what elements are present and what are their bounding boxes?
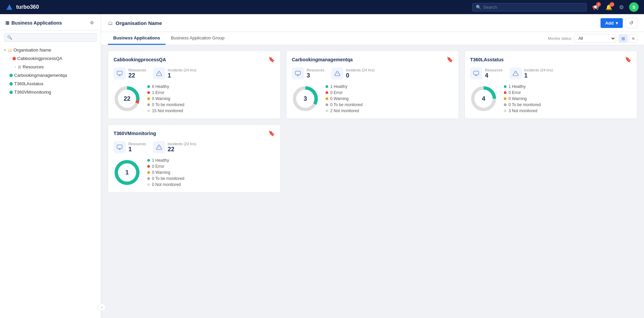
resources-icon xyxy=(114,141,126,153)
sidebar-settings-button[interactable]: ⚙ xyxy=(89,19,95,27)
card-header: T360LAsstatus 🔖 xyxy=(470,56,632,63)
incidents-label: Incidents (24 hrs) xyxy=(524,68,553,72)
chevron-down-icon: ▾ xyxy=(616,21,618,26)
legend-dot xyxy=(504,97,507,100)
legend-item: 15 Not monitored xyxy=(147,108,275,113)
bookmark-button[interactable]: 🔖 xyxy=(625,56,632,63)
resources-count: 1 xyxy=(128,146,146,153)
incidents-count: 1 xyxy=(524,72,553,79)
alerts-button[interactable]: 🔔 11 xyxy=(604,3,614,12)
legend-item: 0 Error xyxy=(326,90,453,95)
logo-text: turbo360 xyxy=(16,4,39,10)
card-header: T360VMmonitoring 🔖 xyxy=(114,130,275,136)
donut-center-value: 1 xyxy=(125,169,129,176)
resources-icon xyxy=(292,67,304,80)
tab-business-applications[interactable]: Business Applications xyxy=(108,32,165,45)
status-dot-teal-3 xyxy=(9,91,13,94)
incidents-icon xyxy=(510,67,522,80)
app-card-t360la: T360LAsstatus 🔖 Resources 4 xyxy=(464,51,637,119)
legend-label: 15 Not monitored xyxy=(152,108,183,113)
sidebar-item-resources[interactable]: › ⊞ Resources xyxy=(0,63,101,71)
gear-icon: ⚙ xyxy=(619,4,624,10)
list-view-button[interactable]: ≡ xyxy=(629,34,637,43)
incidents-info: Incidents (24 hrs) 1 xyxy=(168,68,196,79)
sidebar-cabbooking-label: CabbookingprocessQA xyxy=(17,56,97,61)
status-dot-teal-1 xyxy=(9,74,13,77)
svg-rect-2 xyxy=(117,71,122,75)
legend-dot xyxy=(147,183,150,186)
card-title: T360VMmonitoring xyxy=(114,131,156,136)
refresh-button[interactable]: ↺ xyxy=(625,18,637,28)
legend-dot xyxy=(147,177,150,180)
notifications-button[interactable]: 📢 3 xyxy=(591,3,600,12)
bookmark-button[interactable]: 🔖 xyxy=(268,56,275,63)
incidents-icon xyxy=(153,67,165,80)
legend-label: 1 Healthy xyxy=(152,158,169,163)
legend-dot xyxy=(147,91,150,94)
resources-count: 3 xyxy=(307,72,325,79)
sidebar-t360vm-label: T360VMmonitoring xyxy=(14,90,97,95)
sidebar-item-t360la[interactable]: T360LAsstatus xyxy=(0,80,101,88)
incidents-count: 1 xyxy=(168,72,196,79)
legend-label: 0 Error xyxy=(330,90,343,95)
sidebar-item-org[interactable]: ▾ 🗂 Organisation Name xyxy=(0,46,101,54)
bookmark-button[interactable]: 🔖 xyxy=(447,56,453,63)
grid-view-button[interactable]: ⊞ xyxy=(619,34,628,43)
search-input[interactable] xyxy=(483,5,583,10)
sidebar-item-cabbooking[interactable]: › CabbookingprocessQA xyxy=(0,54,101,63)
legend-label: 1 Healthy xyxy=(509,84,526,89)
sidebar-resources-label: Resources xyxy=(23,64,97,69)
legend-label: 0 Not monitored xyxy=(152,182,181,187)
sidebar: ⊞ Business Applications ⚙ 🔍 ▾ 🗂 Organisa… xyxy=(0,14,101,318)
sidebar-carbooking-label: Carbookingmanagementqa xyxy=(14,73,97,78)
legend-dot xyxy=(326,103,328,106)
legend-dot xyxy=(504,91,507,94)
incidents-info: Incidents (24 hrs) 22 xyxy=(168,142,196,153)
card-stats: Resources 3 Incidents (24 hrs) 0 xyxy=(292,67,453,80)
resources-count: 4 xyxy=(485,72,503,79)
settings-button[interactable]: ⚙ xyxy=(618,3,625,12)
card-stats: Resources 1 Incidents (24 hrs) 22 xyxy=(114,141,275,153)
resources-info: Resources 4 xyxy=(485,68,503,79)
donut-chart: 3 xyxy=(292,85,319,112)
tab-business-application-group[interactable]: Business Application Group xyxy=(165,32,230,45)
donut-center-value: 22 xyxy=(124,95,130,102)
sidebar-item-carbooking[interactable]: Carbookingmanagementqa xyxy=(0,71,101,80)
add-button[interactable]: Add ▾ xyxy=(601,18,623,28)
card-title: T360LAsstatus xyxy=(470,57,504,62)
legend-label: 0 Warning xyxy=(330,96,348,101)
user-avatar[interactable]: S xyxy=(629,2,639,12)
monitor-status-select[interactable]: All Monitored Not monitored To be monito… xyxy=(574,34,616,43)
resources-info: Resources 22 xyxy=(128,68,146,79)
logo-icon xyxy=(5,3,13,11)
resources-label: Resources xyxy=(485,68,503,72)
legend-label: 3 Not monitored xyxy=(509,108,537,113)
donut-chart: 22 xyxy=(114,85,141,112)
incidents-info: Incidents (24 hrs) 1 xyxy=(524,68,553,79)
svg-rect-18 xyxy=(117,145,122,149)
sidebar-search-input[interactable] xyxy=(14,35,94,40)
resources-icon xyxy=(470,67,482,80)
sidebar-search[interactable]: 🔍 xyxy=(4,33,97,42)
tabs-bar: Business Applications Business Applicati… xyxy=(101,32,644,45)
app-card-cabbooking: CabbookingprocessQA 🔖 Resources 22 xyxy=(108,51,281,119)
app-card-t360vm: T360VMmonitoring 🔖 Resources 1 xyxy=(108,124,281,193)
card-body: 4 1 Healthy 0 Error 0 Warning 0 To be mo… xyxy=(470,84,632,113)
search-bar[interactable]: 🔍 xyxy=(472,3,587,11)
legend-label: 0 To be monitored xyxy=(330,102,363,107)
sidebar-item-t360vm[interactable]: T360VMmonitoring xyxy=(0,88,101,96)
card-stats: Resources 4 Incidents (24 hrs) 1 xyxy=(470,67,632,80)
legend-item: 0 Error xyxy=(147,164,275,169)
legend-item: 0 To be monitored xyxy=(504,102,632,107)
bookmark-button[interactable]: 🔖 xyxy=(268,130,275,136)
legend-label: 0 Warning xyxy=(509,96,527,101)
sidebar-org-label: Organisation Name xyxy=(13,47,97,53)
legend-dot xyxy=(147,103,150,106)
legend-item: 0 Error xyxy=(504,90,632,95)
resources-count: 22 xyxy=(128,72,146,79)
incidents-stat: Incidents (24 hrs) 1 xyxy=(153,67,196,80)
card-body: 1 1 Healthy 0 Error 0 Warning 0 To be mo… xyxy=(114,158,275,187)
resources-stat: Resources 4 xyxy=(470,67,503,80)
sidebar-title: ⊞ Business Applications xyxy=(5,20,62,26)
sidebar-collapse-button[interactable]: ‹ xyxy=(98,303,106,311)
